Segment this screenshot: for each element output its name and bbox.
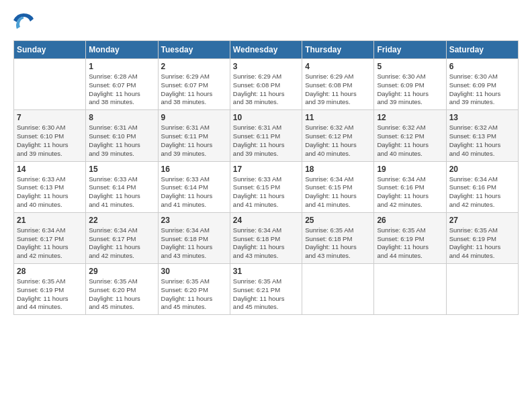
calendar-cell: 10Sunrise: 6:31 AM Sunset: 6:11 PM Dayli… [230, 110, 302, 161]
calendar-cell: 24Sunrise: 6:34 AM Sunset: 6:18 PM Dayli… [230, 212, 302, 263]
day-number: 10 [233, 113, 299, 122]
calendar-cell: 28Sunrise: 6:35 AM Sunset: 6:19 PM Dayli… [14, 264, 86, 315]
day-number: 3 [233, 62, 299, 71]
day-content: Sunrise: 6:29 AM Sunset: 6:07 PM Dayligh… [161, 73, 227, 107]
day-number: 18 [305, 165, 371, 174]
weekday-header: Wednesday [230, 41, 302, 59]
calendar-cell [14, 59, 86, 110]
weekday-header: Friday [374, 41, 446, 59]
calendar-cell: 11Sunrise: 6:32 AM Sunset: 6:12 PM Dayli… [302, 110, 374, 161]
day-number: 9 [161, 113, 227, 122]
calendar-cell: 17Sunrise: 6:33 AM Sunset: 6:15 PM Dayli… [230, 161, 302, 212]
day-number: 17 [233, 165, 299, 174]
day-number: 30 [161, 267, 227, 276]
calendar-cell: 30Sunrise: 6:35 AM Sunset: 6:20 PM Dayli… [158, 264, 230, 315]
calendar-cell: 15Sunrise: 6:33 AM Sunset: 6:14 PM Dayli… [86, 161, 158, 212]
day-number: 21 [17, 216, 83, 225]
day-number: 31 [233, 267, 299, 276]
day-content: Sunrise: 6:31 AM Sunset: 6:10 PM Dayligh… [89, 124, 154, 158]
calendar-cell [302, 264, 374, 315]
calendar-week-row: 28Sunrise: 6:35 AM Sunset: 6:19 PM Dayli… [14, 264, 519, 315]
page-header [13, 13, 519, 34]
day-number: 14 [17, 165, 83, 174]
calendar-cell: 23Sunrise: 6:34 AM Sunset: 6:18 PM Dayli… [158, 212, 230, 263]
calendar-cell: 20Sunrise: 6:34 AM Sunset: 6:16 PM Dayli… [446, 161, 518, 212]
calendar-week-row: 21Sunrise: 6:34 AM Sunset: 6:17 PM Dayli… [14, 212, 519, 263]
day-content: Sunrise: 6:33 AM Sunset: 6:13 PM Dayligh… [17, 175, 83, 210]
day-number: 6 [449, 62, 515, 71]
day-number: 26 [377, 216, 443, 225]
calendar-cell: 18Sunrise: 6:34 AM Sunset: 6:15 PM Dayli… [302, 161, 374, 212]
day-content: Sunrise: 6:29 AM Sunset: 6:08 PM Dayligh… [233, 73, 299, 107]
day-number: 24 [233, 216, 299, 225]
day-content: Sunrise: 6:35 AM Sunset: 6:20 PM Dayligh… [161, 277, 227, 312]
weekday-header: Thursday [302, 41, 374, 59]
day-content: Sunrise: 6:30 AM Sunset: 6:10 PM Dayligh… [17, 124, 83, 158]
day-number: 12 [377, 113, 443, 122]
calendar-cell: 21Sunrise: 6:34 AM Sunset: 6:17 PM Dayli… [14, 212, 86, 263]
calendar-cell: 3Sunrise: 6:29 AM Sunset: 6:08 PM Daylig… [230, 59, 302, 110]
calendar-cell [446, 264, 518, 315]
calendar-cell: 1Sunrise: 6:28 AM Sunset: 6:07 PM Daylig… [86, 59, 158, 110]
weekday-header: Monday [86, 41, 158, 59]
day-number: 16 [161, 165, 227, 174]
calendar-cell: 29Sunrise: 6:35 AM Sunset: 6:20 PM Dayli… [86, 264, 158, 315]
day-content: Sunrise: 6:34 AM Sunset: 6:17 PM Dayligh… [17, 226, 83, 261]
day-content: Sunrise: 6:29 AM Sunset: 6:08 PM Dayligh… [305, 73, 371, 107]
day-content: Sunrise: 6:31 AM Sunset: 6:11 PM Dayligh… [233, 124, 299, 158]
day-content: Sunrise: 6:32 AM Sunset: 6:13 PM Dayligh… [449, 124, 515, 158]
day-number: 1 [89, 62, 154, 71]
day-content: Sunrise: 6:35 AM Sunset: 6:21 PM Dayligh… [233, 277, 299, 312]
day-content: Sunrise: 6:32 AM Sunset: 6:12 PM Dayligh… [377, 124, 443, 158]
calendar-cell [374, 264, 446, 315]
day-content: Sunrise: 6:32 AM Sunset: 6:12 PM Dayligh… [305, 124, 371, 158]
day-content: Sunrise: 6:35 AM Sunset: 6:19 PM Dayligh… [449, 226, 515, 261]
calendar-cell: 22Sunrise: 6:34 AM Sunset: 6:17 PM Dayli… [86, 212, 158, 263]
logo [13, 13, 36, 34]
day-content: Sunrise: 6:31 AM Sunset: 6:11 PM Dayligh… [161, 124, 227, 158]
day-number: 23 [161, 216, 227, 225]
day-number: 13 [449, 113, 515, 122]
day-number: 28 [17, 267, 83, 276]
day-content: Sunrise: 6:30 AM Sunset: 6:09 PM Dayligh… [449, 73, 515, 107]
day-content: Sunrise: 6:33 AM Sunset: 6:14 PM Dayligh… [161, 175, 227, 210]
calendar-cell: 13Sunrise: 6:32 AM Sunset: 6:13 PM Dayli… [446, 110, 518, 161]
calendar-cell: 9Sunrise: 6:31 AM Sunset: 6:11 PM Daylig… [158, 110, 230, 161]
day-number: 22 [89, 216, 154, 225]
calendar-cell: 5Sunrise: 6:30 AM Sunset: 6:09 PM Daylig… [374, 59, 446, 110]
day-content: Sunrise: 6:34 AM Sunset: 6:17 PM Dayligh… [89, 226, 154, 261]
calendar-cell: 31Sunrise: 6:35 AM Sunset: 6:21 PM Dayli… [230, 264, 302, 315]
day-number: 7 [17, 113, 83, 122]
day-number: 29 [89, 267, 154, 276]
logo-icon [13, 13, 34, 34]
day-content: Sunrise: 6:34 AM Sunset: 6:15 PM Dayligh… [305, 175, 371, 210]
calendar-cell: 14Sunrise: 6:33 AM Sunset: 6:13 PM Dayli… [14, 161, 86, 212]
day-number: 5 [377, 62, 443, 71]
weekday-header: Saturday [446, 41, 518, 59]
day-number: 27 [449, 216, 515, 225]
calendar-cell: 16Sunrise: 6:33 AM Sunset: 6:14 PM Dayli… [158, 161, 230, 212]
day-content: Sunrise: 6:34 AM Sunset: 6:18 PM Dayligh… [233, 226, 299, 261]
calendar-cell: 26Sunrise: 6:35 AM Sunset: 6:19 PM Dayli… [374, 212, 446, 263]
day-number: 11 [305, 113, 371, 122]
day-content: Sunrise: 6:35 AM Sunset: 6:19 PM Dayligh… [377, 226, 443, 261]
day-content: Sunrise: 6:35 AM Sunset: 6:20 PM Dayligh… [89, 277, 154, 312]
day-content: Sunrise: 6:33 AM Sunset: 6:15 PM Dayligh… [233, 175, 299, 210]
day-number: 2 [161, 62, 227, 71]
calendar-cell: 8Sunrise: 6:31 AM Sunset: 6:10 PM Daylig… [86, 110, 158, 161]
calendar-week-row: 14Sunrise: 6:33 AM Sunset: 6:13 PM Dayli… [14, 161, 519, 212]
calendar-cell: 6Sunrise: 6:30 AM Sunset: 6:09 PM Daylig… [446, 59, 518, 110]
day-number: 25 [305, 216, 371, 225]
day-number: 4 [305, 62, 371, 71]
day-content: Sunrise: 6:30 AM Sunset: 6:09 PM Dayligh… [377, 73, 443, 107]
calendar-cell: 2Sunrise: 6:29 AM Sunset: 6:07 PM Daylig… [158, 59, 230, 110]
calendar-header-row: SundayMondayTuesdayWednesdayThursdayFrid… [14, 41, 519, 59]
calendar-table: SundayMondayTuesdayWednesdayThursdayFrid… [13, 40, 519, 315]
calendar-cell: 12Sunrise: 6:32 AM Sunset: 6:12 PM Dayli… [374, 110, 446, 161]
day-number: 19 [377, 165, 443, 174]
calendar-cell: 25Sunrise: 6:35 AM Sunset: 6:18 PM Dayli… [302, 212, 374, 263]
weekday-header: Sunday [14, 41, 86, 59]
calendar-week-row: 7Sunrise: 6:30 AM Sunset: 6:10 PM Daylig… [14, 110, 519, 161]
calendar-cell: 7Sunrise: 6:30 AM Sunset: 6:10 PM Daylig… [14, 110, 86, 161]
day-content: Sunrise: 6:35 AM Sunset: 6:18 PM Dayligh… [305, 226, 371, 261]
